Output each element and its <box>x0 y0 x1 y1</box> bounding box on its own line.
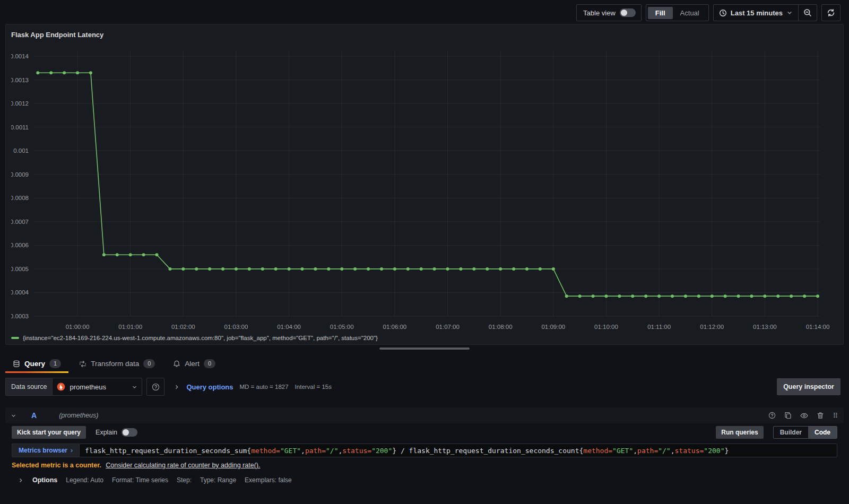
svg-text:0.001: 0.001 <box>13 147 29 154</box>
fill-actual-switch: Fill Actual <box>646 4 709 21</box>
query-row-actions: ⠿ <box>768 412 838 420</box>
collapse-chevron-icon[interactable] <box>11 413 16 419</box>
promql-query-input[interactable]: flask_http_request_duration_seconds_sum{… <box>79 444 837 457</box>
table-view-label: Table view <box>577 9 620 17</box>
clock-icon <box>719 9 727 17</box>
grafana-panel-edit-view: Table view Fill Actual Last 15 minutes <box>0 0 849 504</box>
svg-text:0.0011: 0.0011 <box>11 124 29 131</box>
zoom-out-icon <box>803 8 812 17</box>
explain-label: Explain <box>96 429 117 436</box>
options-label[interactable]: Options <box>32 476 57 484</box>
datasource-label: Data source <box>5 378 52 396</box>
svg-text:0.0008: 0.0008 <box>11 195 29 201</box>
chevron-right-icon[interactable] <box>18 477 24 483</box>
disable-query-button[interactable] <box>800 412 808 420</box>
query-text: flask_http_request_duration_seconds_sum{… <box>85 447 729 455</box>
query-input-row: Metrics browser › flask_http_request_dur… <box>12 444 837 457</box>
svg-text:01:03:00: 01:03:00 <box>224 324 248 330</box>
datasource-value: prometheus <box>70 383 127 391</box>
remove-query-button[interactable] <box>817 412 824 419</box>
legend-series-label: {instance="ec2-184-169-216-224.us-west-1… <box>23 335 378 341</box>
query-help-button[interactable] <box>768 412 776 419</box>
time-series-chart[interactable]: 01:00:0001:01:0001:02:0001:03:0001:04:00… <box>11 48 839 335</box>
refresh-control <box>821 4 841 21</box>
time-series-panel: Flask App Endpoint Latency 01:00:0001:01… <box>5 24 844 345</box>
options-format-stat: Format: Time series <box>112 476 168 484</box>
drag-handle-icon[interactable]: ⠿ <box>833 412 838 420</box>
tab-transform-data[interactable]: Transform data 0 <box>72 355 162 373</box>
tab-alert[interactable]: Alert 0 <box>166 355 223 373</box>
builder-code-switch: Builder Code <box>773 426 837 439</box>
svg-text:01:14:00: 01:14:00 <box>806 324 830 330</box>
warning-rate-link[interactable]: Consider calculating rate of counter by … <box>106 462 260 469</box>
svg-text:01:05:00: 01:05:00 <box>330 324 354 330</box>
builder-button[interactable]: Builder <box>774 427 808 438</box>
table-view-control: Table view <box>576 4 642 21</box>
database-icon <box>13 360 20 368</box>
tab-alert-badge: 0 <box>204 359 215 368</box>
query-inspector-button[interactable]: Query inspector <box>777 378 841 395</box>
metrics-browser-label: Metrics browser <box>19 447 67 454</box>
tab-query-label: Query <box>24 360 45 368</box>
query-row-header: A (prometheus) ⠿ <box>5 407 844 423</box>
tab-transform-badge: 0 <box>143 359 155 368</box>
code-button[interactable]: Code <box>808 427 837 438</box>
svg-text:0.0013: 0.0013 <box>11 77 29 83</box>
chevron-right-icon: › <box>71 447 73 454</box>
datasource-picker[interactable]: prometheus <box>52 378 142 396</box>
svg-text:01:09:00: 01:09:00 <box>541 324 565 330</box>
chevron-down-icon <box>786 10 793 16</box>
warning-text: Selected metric is a counter. <box>12 462 101 469</box>
counter-warning-row: Selected metric is a counter. Consider c… <box>12 462 837 469</box>
query-refid[interactable]: A <box>31 411 37 420</box>
toggle-knob <box>123 429 129 436</box>
zoom-out-button[interactable] <box>799 5 817 21</box>
svg-text:0.0005: 0.0005 <box>11 266 29 272</box>
top-toolbar: Table view Fill Actual Last 15 minutes <box>576 4 841 21</box>
legend-item[interactable]: {instance="ec2-184-169-216-224.us-west-1… <box>11 335 378 341</box>
run-queries-button[interactable]: Run queries <box>716 426 763 439</box>
query-options-toggle[interactable]: Query options MD = auto = 1827 Interval … <box>174 378 332 396</box>
svg-text:01:10:00: 01:10:00 <box>594 324 618 330</box>
table-view-toggle[interactable] <box>620 8 636 17</box>
svg-text:01:11:00: 01:11:00 <box>647 324 671 330</box>
explain-toggle[interactable] <box>122 428 137 437</box>
svg-text:01:07:00: 01:07:00 <box>436 324 460 330</box>
svg-text:01:00:00: 01:00:00 <box>66 324 90 330</box>
svg-text:01:12:00: 01:12:00 <box>700 324 724 330</box>
panel-title: Flask App Endpoint Latency <box>11 31 103 39</box>
svg-text:01:13:00: 01:13:00 <box>753 324 777 330</box>
datasource-help-button[interactable] <box>146 378 164 396</box>
toggle-knob <box>621 10 627 16</box>
svg-text:01:08:00: 01:08:00 <box>489 324 513 330</box>
fill-button[interactable]: Fill <box>648 7 673 19</box>
legend-series-swatch <box>11 337 19 339</box>
panel-resize-handle[interactable] <box>379 347 470 350</box>
metrics-browser-toggle[interactable]: Metrics browser › <box>12 444 79 457</box>
svg-text:0.0007: 0.0007 <box>11 219 29 225</box>
svg-text:0.0006: 0.0006 <box>11 242 29 248</box>
tab-query[interactable]: Query 1 <box>5 355 68 373</box>
refresh-button[interactable] <box>822 5 840 21</box>
svg-text:0.0003: 0.0003 <box>11 313 29 319</box>
query-datasource-hint: (prometheus) <box>59 412 98 419</box>
svg-text:0.0014: 0.0014 <box>11 53 29 59</box>
options-exemplars-stat: Exemplars: false <box>245 476 292 484</box>
spacer <box>332 378 777 396</box>
options-legend-stat: Legend: Auto <box>66 476 103 484</box>
time-controls: Last 15 minutes <box>713 4 817 21</box>
options-row: Options Legend: Auto Format: Time series… <box>12 476 837 484</box>
tab-alert-label: Alert <box>185 360 200 368</box>
time-range-picker[interactable]: Last 15 minutes <box>714 5 798 21</box>
duplicate-query-button[interactable] <box>784 412 792 419</box>
eye-icon <box>800 412 808 420</box>
trash-icon <box>817 412 824 419</box>
tab-query-badge: 1 <box>49 359 61 368</box>
editor-tabs: Query 1 Transform data 0 Alert 0 <box>5 355 223 373</box>
chevron-down-icon <box>132 384 137 390</box>
max-data-points-stat: MD = auto = 1827 <box>240 384 289 390</box>
kick-start-query-button[interactable]: Kick start your query <box>12 426 86 439</box>
tab-transform-label: Transform data <box>91 360 139 368</box>
query-options-label: Query options <box>186 383 233 391</box>
actual-button[interactable]: Actual <box>673 7 707 19</box>
